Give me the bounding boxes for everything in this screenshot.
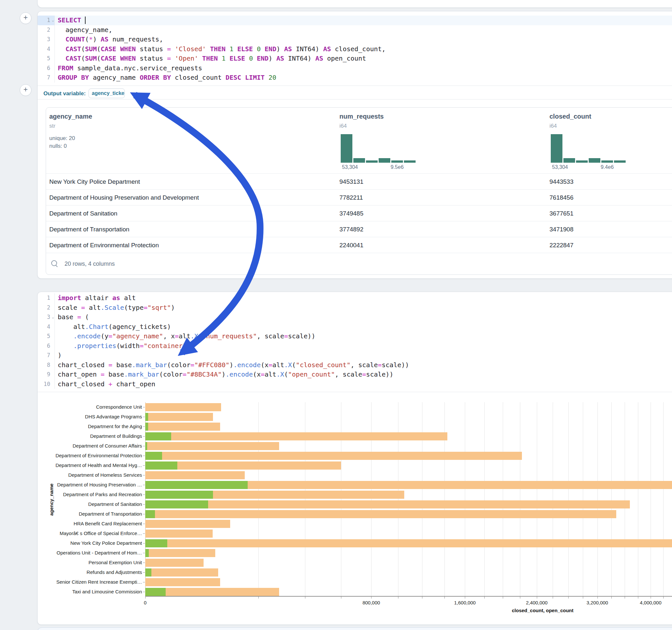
y-axis-label: Department of Housing Preservation …	[38, 480, 142, 490]
column-header[interactable]: closed_count	[549, 113, 591, 120]
y-axis-label: HRA Benefit Card Replacement	[38, 519, 142, 529]
gridline	[663, 402, 664, 596]
x-axis-tick	[597, 597, 598, 599]
table-cell: Department of Sanitation	[49, 205, 117, 221]
y-axis-label: Senior Citizen Rent Increase Exempti…	[38, 577, 142, 587]
code-line[interactable]: 4 CAST(SUM(CASE WHEN status = 'Closed' T…	[38, 44, 672, 54]
code-line[interactable]: 6FROM sample_data.nyc.service_requests	[38, 64, 672, 73]
column-header[interactable]: num_requests	[339, 113, 384, 120]
column-stat: nulls: 0	[49, 143, 67, 149]
y-axis-tick	[143, 533, 145, 534]
histogram-bar	[379, 158, 390, 163]
y-axis-tick	[143, 543, 145, 543]
table-row-count: 20 rows, 4 columns	[65, 253, 115, 274]
bar-closed-count	[145, 530, 213, 538]
code-text: COUNT(*) AS num_requests,	[55, 35, 672, 44]
x-axis-tick	[568, 597, 569, 599]
y-axis-tick	[143, 427, 145, 427]
collapse-chevron-icon[interactable]: ⌄	[52, 16, 54, 25]
notebook-page: + + 1⌄SELECT 2 agency_name,3 COUNT(*) AS…	[0, 0, 672, 630]
gridline	[258, 402, 259, 596]
code-line[interactable]: 10chart_closed + chart_open	[38, 380, 672, 389]
histogram-bar	[353, 158, 365, 163]
code-text: chart_closed = base.mark_bar(color="#FFC…	[55, 360, 672, 370]
y-axis-label: Department for the Aging	[38, 421, 142, 431]
gridline	[638, 402, 638, 596]
python-code-editor[interactable]: 1import altair as alt2scale = alt.Scale(…	[38, 293, 672, 389]
add-cell-button-middle[interactable]: +	[20, 84, 31, 96]
y-axis-tick	[143, 524, 145, 524]
code-line[interactable]: 3 COUNT(*) AS num_requests,	[38, 35, 672, 44]
table-cell: 3471908	[549, 221, 573, 237]
x-axis-tick	[537, 597, 537, 599]
x-axis-tick-label: 2,400,000	[526, 600, 548, 605]
histogram-bar	[563, 158, 575, 163]
code-line[interactable]: 4 alt.Chart(agency_tickets)	[38, 322, 672, 332]
line-number: 8	[38, 360, 55, 370]
table-cell: 7618456	[549, 190, 573, 205]
code-line[interactable]: 1import altair as alt	[38, 293, 672, 303]
y-axis-tick	[143, 494, 145, 495]
code-line[interactable]: 7GROUP BY agency_name ORDER BY closed_co…	[38, 73, 672, 83]
y-axis-tick	[143, 514, 145, 514]
bar-closed-count	[145, 500, 630, 508]
x-axis-tick	[503, 597, 503, 599]
x-axis-tick	[484, 597, 485, 599]
y-axis-tick	[143, 436, 145, 437]
x-axis-tick	[651, 597, 651, 599]
code-line[interactable]: 2scale = alt.Scale(type="sqrt")	[38, 303, 672, 313]
code-line[interactable]: 2 agency_name,	[38, 25, 672, 35]
code-line[interactable]: 5 CAST(SUM(CASE WHEN status = 'Open' THE…	[38, 54, 672, 64]
code-line[interactable]: 9chart_open = base.mark_bar(color="#8BC3…	[38, 370, 672, 380]
sql-code-editor[interactable]: 1⌄SELECT 2 agency_name,3 COUNT(*) AS num…	[38, 16, 672, 83]
code-line[interactable]: 5 .encode(y="agency_name", x=alt.X("num_…	[38, 332, 672, 341]
code-text: GROUP BY agency_name ORDER BY closed_cou…	[55, 73, 672, 83]
line-number: 6	[38, 341, 55, 351]
bar-open-count	[145, 588, 166, 596]
code-line[interactable]: 1⌄SELECT	[38, 16, 672, 25]
y-axis-tick	[143, 504, 145, 505]
table-cell: New York City Police Department	[49, 174, 140, 190]
y-axis-tick	[143, 465, 145, 466]
x-axis-tick	[258, 597, 259, 599]
gridline	[651, 402, 651, 596]
table-cell: Department of Transportation	[49, 221, 129, 237]
y-axis-label: Department of Health and Mental Hyg…	[38, 461, 142, 470]
code-text: CAST(SUM(CASE WHEN status = 'Closed' THE…	[55, 44, 672, 54]
code-text: chart_open = base.mark_bar(color="#8BC34…	[55, 370, 672, 380]
y-axis-label: Refunds and Adjustments	[38, 567, 142, 577]
chart-plot-area: closed_count, open_count 0800,0001,600,0…	[145, 402, 672, 596]
y-axis-label: Department of Consumer Affairs	[38, 441, 142, 451]
collapse-chevron-icon[interactable]: ⌄	[52, 312, 54, 322]
output-variable-pill[interactable]: agency_tickets	[89, 89, 125, 98]
gridline	[583, 402, 583, 596]
code-line[interactable]: 8chart_closed = base.mark_bar(color="#FF…	[38, 360, 672, 370]
gridline	[305, 402, 305, 596]
bar-open-count	[145, 491, 213, 499]
code-text: )	[55, 350, 672, 360]
column-header[interactable]: agency_name	[49, 113, 92, 120]
table-cell: 3677651	[549, 205, 573, 221]
x-axis-tick	[445, 597, 445, 599]
table-row: Department of Sanitation37494853677651	[46, 205, 672, 221]
x-axis-tick-label: 1,600,000	[454, 600, 476, 605]
histogram-bar	[366, 161, 378, 163]
line-number: 4	[38, 44, 55, 54]
histogram-bar	[551, 134, 562, 163]
text-cursor	[85, 17, 86, 24]
add-cell-button-top[interactable]: +	[20, 12, 31, 24]
line-number: 9	[38, 370, 55, 380]
bar-closed-count	[145, 549, 215, 557]
code-line[interactable]: 6 .properties(width="container")	[38, 341, 672, 351]
bar-closed-count	[145, 510, 616, 518]
histogram-bar	[391, 161, 403, 163]
y-axis-tick	[143, 475, 145, 476]
line-number: 1	[38, 293, 55, 303]
gridline	[597, 402, 598, 596]
bar-closed-count	[145, 559, 203, 567]
code-line[interactable]: 3⌄base = (	[38, 312, 672, 322]
code-line[interactable]: 7)	[38, 350, 672, 360]
search-icon[interactable]	[51, 260, 57, 266]
table-cell: 2222847	[549, 237, 573, 253]
column-histogram	[551, 134, 626, 163]
